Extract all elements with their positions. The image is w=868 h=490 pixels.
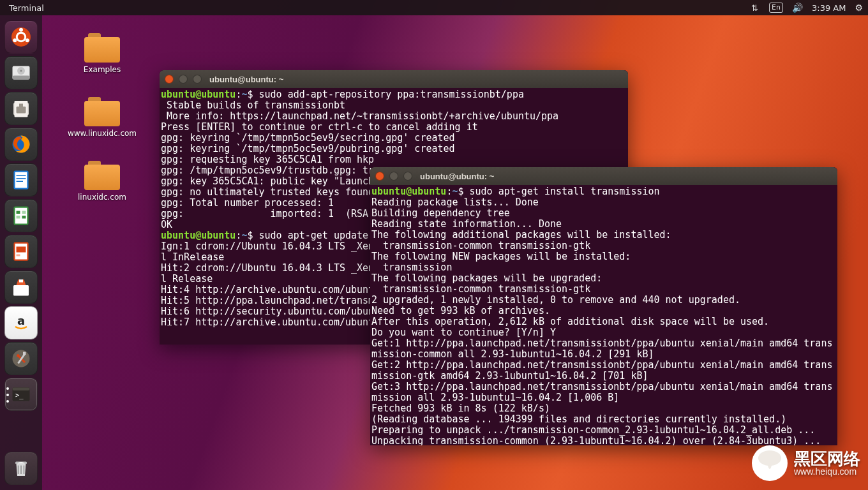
window-maximize-button[interactable]: [193, 75, 202, 84]
amazon-icon: a: [10, 311, 33, 334]
terminal-window-2[interactable]: ubuntu@ubuntu: ~ ubuntu@ubuntu:~$ sudo a…: [370, 167, 837, 445]
launcher-amazon[interactable]: a: [4, 306, 38, 339]
clock-indicator[interactable]: 3:39 AM: [812, 3, 846, 13]
launcher-terminal[interactable]: >_: [4, 378, 38, 411]
terminal-output[interactable]: ubuntu@ubuntu:~$ sudo apt-get install tr…: [370, 185, 837, 445]
desktop-icon-label: linuxidc.com: [64, 193, 140, 202]
svg-rect-30: [19, 279, 23, 283]
svg-rect-27: [17, 247, 26, 253]
svg-rect-11: [17, 107, 26, 114]
terminal-title: ubuntu@ubuntu: ~: [420, 171, 494, 182]
svg-rect-12: [19, 104, 23, 107]
clock-time: 3:39 AM: [812, 3, 846, 13]
terminal-titlebar[interactable]: ubuntu@ubuntu: ~: [160, 70, 628, 88]
unity-launcher: a >_: [0, 15, 42, 490]
network-icon: ⇅: [751, 3, 760, 13]
launcher-writer[interactable]: [4, 163, 38, 197]
watermark-icon: [751, 444, 789, 482]
svg-text:a: a: [17, 314, 25, 327]
svg-rect-23: [17, 216, 20, 219]
launcher-calc[interactable]: [4, 199, 38, 232]
svg-rect-29: [13, 285, 29, 296]
settings-icon: [10, 347, 33, 370]
launcher-software[interactable]: [4, 271, 38, 304]
volume-indicator[interactable]: 🔊: [792, 3, 803, 13]
svg-rect-24: [22, 216, 26, 219]
calc-icon: [10, 204, 33, 227]
svg-point-33: [17, 354, 20, 357]
watermark: 黑区网络 www.heiqu.com: [751, 444, 860, 482]
desktop-icon-label: Examples: [64, 65, 140, 74]
svg-rect-16: [17, 175, 26, 177]
desktop-icon-label: www.linuxidc.com: [64, 129, 140, 138]
launcher-dash[interactable]: [4, 20, 38, 54]
svg-point-8: [20, 70, 22, 72]
files-icon: [10, 97, 33, 120]
network-indicator[interactable]: ⇅: [751, 3, 760, 13]
volume-icon: 🔊: [792, 3, 803, 13]
launcher-firefox[interactable]: [4, 128, 38, 161]
active-app-title[interactable]: Terminal: [5, 3, 44, 13]
svg-point-2: [19, 28, 23, 32]
firefox-icon: [10, 133, 33, 156]
svg-rect-34: [23, 352, 26, 355]
desktop-icon-linuxidc-www[interactable]: www.linuxidc.com: [64, 97, 140, 138]
watermark-subtitle: www.heiqu.com: [794, 467, 860, 476]
disk-icon: [10, 61, 33, 84]
terminal-titlebar[interactable]: ubuntu@ubuntu: ~: [370, 167, 837, 185]
terminal-title: ubuntu@ubuntu: ~: [209, 74, 283, 85]
svg-rect-36: [13, 388, 30, 391]
svg-rect-17: [17, 178, 26, 179]
terminal-icon: >_: [10, 383, 33, 406]
svg-point-4: [26, 38, 29, 42]
svg-rect-14: [15, 172, 28, 189]
writer-icon: [10, 168, 33, 191]
svg-rect-21: [17, 211, 20, 214]
launcher-settings[interactable]: [4, 342, 38, 375]
svg-rect-6: [13, 76, 30, 80]
window-close-button[interactable]: [165, 75, 174, 84]
window-minimize-button[interactable]: [389, 172, 398, 181]
impress-icon: [10, 240, 33, 263]
gear-icon: ⚙: [855, 3, 863, 13]
keyboard-lang: En: [769, 3, 783, 13]
software-icon: [10, 276, 33, 299]
launcher-trash[interactable]: [4, 452, 38, 485]
ubuntu-logo-icon: [10, 26, 33, 48]
svg-rect-28: [17, 255, 20, 256]
svg-rect-18: [17, 181, 24, 182]
launcher-disk[interactable]: [4, 56, 38, 89]
window-close-button[interactable]: [375, 172, 384, 181]
desktop-icon-examples[interactable]: Examples: [64, 33, 140, 74]
system-indicator[interactable]: ⚙: [855, 3, 863, 13]
svg-point-3: [13, 38, 17, 42]
window-minimize-button[interactable]: [179, 75, 188, 84]
window-maximize-button[interactable]: [403, 172, 412, 181]
svg-text:>_: >_: [15, 391, 24, 399]
svg-rect-22: [22, 211, 26, 214]
launcher-impress[interactable]: [4, 235, 38, 268]
watermark-title: 黑区网络: [794, 450, 860, 467]
top-panel: Terminal ⇅ En 🔊 3:39 AM ⚙: [0, 0, 868, 15]
keyboard-indicator[interactable]: En: [769, 3, 783, 13]
trash-icon: [10, 457, 33, 480]
launcher-files[interactable]: [4, 92, 38, 125]
desktop-icon-linuxidc[interactable]: linuxidc.com: [64, 161, 140, 202]
